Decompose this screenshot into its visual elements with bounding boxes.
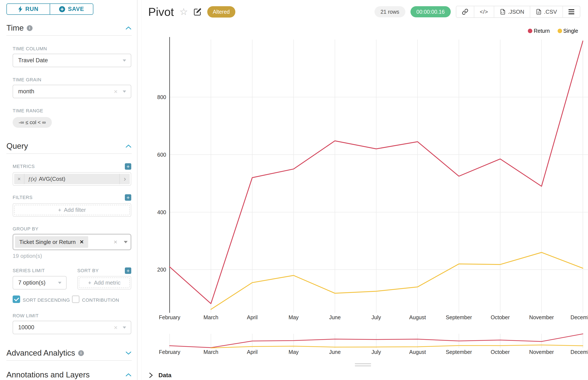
time-column-label: TIME COLUMN [13, 46, 131, 52]
chevron-down-icon [123, 91, 126, 93]
add-sort-metric-dropzone[interactable]: + Add metric [79, 278, 130, 288]
line-chart[interactable]: FebruaryMarchAprilMayJuneJulyAugustSepte… [138, 32, 588, 332]
time-range-pill[interactable]: -∞ ≤ col < ∞ [13, 117, 52, 128]
mini-chart-preview[interactable]: FebruaryMarchAprilMayJuneJulyAugustSepte… [138, 332, 588, 357]
link-icon [462, 9, 468, 15]
time-column-value: Travel Date [18, 57, 48, 64]
time-grain-label: TIME GRAIN [13, 77, 131, 83]
chevron-up-icon[interactable] [125, 26, 132, 30]
hamburger-menu-icon [568, 9, 574, 14]
svg-text:June: June [329, 314, 341, 320]
chevron-up-icon[interactable] [125, 373, 132, 377]
svg-text:December: December [570, 314, 588, 320]
page-title: Pivot [148, 5, 174, 19]
chevron-down-icon [58, 282, 61, 284]
filters-label: FILTERS [13, 195, 33, 200]
chevron-right-icon [148, 372, 154, 379]
save-button[interactable]: SAVE [50, 4, 93, 14]
rows-count-badge: 21 rows [375, 6, 405, 17]
annotations-header[interactable]: Annotations and Layers [6, 370, 132, 380]
metrics-label: METRICS [13, 164, 35, 169]
time-column-select[interactable]: Travel Date [13, 54, 131, 67]
menu-button[interactable] [563, 6, 580, 17]
svg-text:July: July [371, 349, 381, 355]
time-range-label: TIME RANGE [13, 108, 131, 114]
svg-text:July: July [371, 314, 381, 320]
contribution-checkbox[interactable] [72, 295, 80, 303]
svg-text:March: March [203, 314, 218, 320]
remove-chip-icon[interactable]: ✕ [80, 239, 84, 245]
chevron-down-icon[interactable] [124, 241, 128, 243]
chevron-down-icon[interactable] [125, 351, 132, 355]
favorite-star-icon[interactable]: ☆ [180, 7, 188, 17]
export-json-label: .JSON [508, 9, 524, 15]
section-divider [6, 360, 132, 361]
group-by-label: GROUP BY [13, 226, 131, 232]
metrics-box: × ƒ(x) AVG(Cost) › [13, 172, 131, 186]
clear-icon[interactable]: × [114, 324, 118, 331]
add-filter-plus-button[interactable]: + [125, 194, 131, 201]
add-filter-dropzone[interactable]: + Add filter [14, 205, 130, 215]
time-section-title: Time [6, 23, 24, 33]
time-section-header[interactable]: Time i [6, 23, 132, 33]
altered-badge[interactable]: Altered [207, 6, 235, 18]
add-metric-label: Add metric [94, 279, 120, 286]
embed-code-button[interactable]: </> [474, 6, 494, 17]
series-limit-select[interactable]: 7 option(s) [13, 276, 67, 289]
advanced-analytics-header[interactable]: Advanced Analytics i [6, 348, 132, 358]
chevron-down-icon [123, 59, 126, 62]
resize-handle[interactable] [355, 363, 371, 366]
remove-metric-icon[interactable]: × [14, 174, 24, 184]
plus-circle-icon [59, 6, 65, 12]
group-by-select[interactable]: Ticket Single or Return ✕ × [13, 234, 131, 250]
query-section-title: Query [6, 142, 28, 151]
copy-link-button[interactable] [456, 6, 474, 17]
save-button-label: SAVE [68, 6, 84, 12]
control-panel-sidebar: RUN SAVE Time i TIME COLUMN Travel Date [0, 0, 138, 380]
sort-descending-label: SORT DESCENDING [23, 295, 70, 304]
time-grain-select[interactable]: month × [13, 85, 131, 98]
lightning-icon [18, 6, 23, 12]
expand-metric-icon[interactable]: › [120, 174, 130, 184]
chevron-up-icon[interactable] [125, 144, 132, 148]
group-by-chip-label: Ticket Single or Return [19, 239, 76, 246]
plus-icon: + [88, 279, 91, 286]
advanced-analytics-title: Advanced Analytics [6, 349, 75, 358]
sort-descending-control[interactable]: SORT DESCENDING [13, 295, 72, 304]
row-limit-label: ROW LIMIT [13, 313, 131, 319]
clear-icon[interactable]: × [114, 238, 117, 246]
sort-by-label: SORT BY [77, 267, 99, 274]
contribution-control[interactable]: CONTRIBUTION [72, 295, 131, 304]
svg-text:October: October [491, 349, 510, 355]
svg-text:September: September [446, 349, 472, 355]
explore-page: RUN SAVE Time i TIME COLUMN Travel Date [0, 0, 588, 380]
export-csv-label: .CSV [544, 9, 557, 15]
time-grain-value: month [18, 88, 34, 95]
export-json-button[interactable]: .JSON [494, 6, 530, 17]
svg-text:August: August [409, 314, 426, 320]
run-button-label: RUN [25, 6, 39, 12]
svg-text:800: 800 [157, 94, 166, 100]
svg-text:200: 200 [157, 266, 166, 273]
metric-chip-label: AVG(Cost) [39, 176, 120, 182]
series-limit-label: SERIES LIMIT [13, 267, 45, 274]
svg-text:April: April [247, 349, 258, 355]
annotations-title: Annotations and Layers [6, 370, 90, 379]
sort-by-box: + Add metric [77, 276, 131, 289]
export-csv-button[interactable]: .CSV [530, 6, 563, 17]
run-button[interactable]: RUN [7, 4, 50, 14]
file-json-icon [500, 9, 506, 15]
data-section-toggle[interactable]: Data [148, 372, 172, 379]
group-by-chip[interactable]: Ticket Single or Return ✕ [15, 236, 88, 248]
run-save-button-group: RUN SAVE [6, 3, 93, 15]
edit-title-icon[interactable] [194, 8, 202, 16]
data-section-label: Data [159, 372, 172, 379]
clear-icon[interactable]: × [114, 88, 118, 95]
metric-chip[interactable]: × ƒ(x) AVG(Cost) › [14, 174, 130, 184]
query-section-header[interactable]: Query [6, 141, 132, 151]
add-metric-button[interactable]: + [125, 163, 131, 170]
add-sort-metric-button[interactable]: + [125, 267, 131, 274]
sort-descending-checkbox[interactable] [13, 295, 20, 303]
row-limit-select[interactable]: 10000 × [13, 321, 131, 334]
svg-text:March: March [203, 349, 218, 355]
